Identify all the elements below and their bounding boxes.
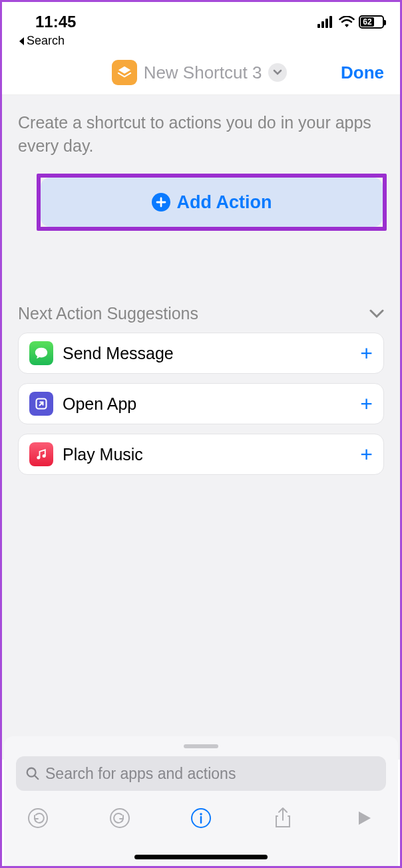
suggestion-label: Send Message (63, 344, 360, 363)
share-icon (274, 807, 292, 829)
undo-button[interactable] (25, 805, 51, 831)
battery-level: 62 (363, 17, 371, 27)
svg-rect-1 (321, 21, 324, 28)
share-button[interactable] (270, 805, 296, 831)
home-indicator[interactable] (134, 855, 268, 859)
redo-icon (109, 807, 130, 829)
search-icon (25, 766, 40, 781)
done-button[interactable]: Done (341, 63, 384, 83)
add-action-label: Add Action (177, 192, 272, 213)
shortcut-title-group[interactable]: New Shortcut 3 (58, 60, 341, 85)
status-time: 11:45 (35, 13, 76, 31)
intro-text: Create a shortcut to actions you do in y… (18, 111, 384, 158)
messages-icon (29, 341, 53, 365)
music-icon (29, 442, 53, 466)
undo-icon (27, 807, 49, 829)
suggestion-send-message[interactable]: Send Message + (18, 333, 384, 374)
title-dropdown[interactable] (268, 63, 287, 82)
wifi-icon (339, 16, 355, 28)
suggestion-label: Open App (63, 394, 360, 414)
grab-handle[interactable] (184, 744, 218, 748)
info-icon (190, 807, 212, 829)
main-content: Create a shortcut to actions you do in y… (2, 95, 400, 760)
add-suggestion-button[interactable]: + (360, 392, 373, 416)
toolbar (16, 791, 386, 851)
back-to-search[interactable]: Search (2, 34, 400, 53)
run-button[interactable] (351, 805, 377, 831)
suggestions-header[interactable]: Next Action Suggestions (18, 304, 384, 323)
cellular-icon (317, 16, 335, 28)
back-caret-icon (18, 37, 25, 46)
status-indicators: 62 (317, 15, 384, 29)
suggestion-play-music[interactable]: Play Music + (18, 434, 384, 475)
play-icon (355, 809, 373, 827)
add-suggestion-button[interactable]: + (360, 341, 373, 366)
plus-circle-icon (152, 193, 170, 212)
add-suggestion-button[interactable]: + (360, 442, 373, 467)
back-label: Search (27, 34, 65, 48)
redo-button[interactable] (107, 805, 132, 831)
svg-point-5 (37, 456, 40, 460)
chevron-down-icon (273, 69, 282, 76)
svg-point-6 (43, 454, 46, 458)
open-app-icon (29, 392, 53, 416)
add-action-button[interactable]: Add Action (41, 178, 383, 227)
search-bar[interactable]: Search for apps and actions (16, 756, 386, 791)
svg-rect-3 (329, 16, 332, 28)
search-placeholder: Search for apps and actions (45, 765, 236, 783)
suggestion-open-app[interactable]: Open App + (18, 383, 384, 424)
shortcut-app-icon (112, 60, 137, 85)
chevron-down-icon (369, 309, 384, 319)
suggestion-label: Play Music (63, 445, 360, 464)
shortcut-title: New Shortcut 3 (144, 63, 262, 83)
svg-rect-2 (325, 19, 328, 28)
suggestions-header-label: Next Action Suggestions (18, 304, 198, 323)
add-action-highlight: Add Action (37, 174, 387, 231)
nav-bar: New Shortcut 3 Done (2, 53, 400, 95)
info-button[interactable] (188, 805, 214, 831)
battery-icon: 62 (359, 15, 384, 29)
svg-point-11 (200, 813, 202, 815)
bottom-panel: Search for apps and actions (4, 736, 398, 866)
status-bar: 11:45 62 (2, 2, 400, 34)
svg-rect-0 (317, 24, 320, 28)
